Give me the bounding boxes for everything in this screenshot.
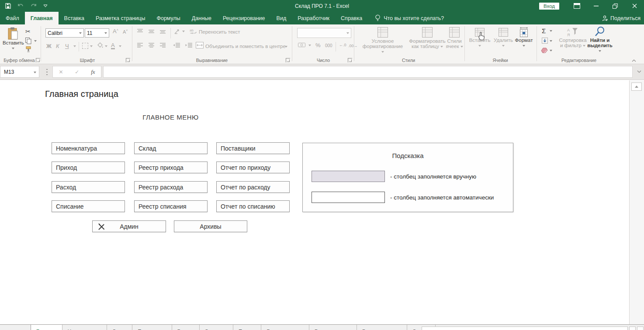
- font-name-combo[interactable]: Calibri: [45, 28, 84, 38]
- sheet-tab-0[interactable]: Главная: [31, 325, 62, 330]
- fill-down-icon[interactable]: [542, 38, 548, 44]
- horizontal-scrollbar[interactable]: [422, 327, 628, 330]
- expand-formula-bar-icon[interactable]: [637, 70, 641, 73]
- number-dialog-launcher[interactable]: [348, 58, 352, 62]
- find-select-button[interactable]: Найти ивыделить: [585, 26, 614, 53]
- tellme-label[interactable]: Что вы хотите сделать?: [384, 15, 444, 21]
- wrap-text-label[interactable]: Переносить текст: [199, 29, 240, 34]
- shrink-font-button[interactable]: А˅: [123, 29, 128, 34]
- menu-button-1-0[interactable]: Приход: [52, 162, 125, 173]
- menu-button-3-2[interactable]: Отчет по списанию: [216, 200, 290, 212]
- sheet-tab-1[interactable]: Номенклатура: [62, 325, 107, 330]
- decrease-indent-icon[interactable]: [173, 43, 180, 48]
- align-center-icon[interactable]: [149, 43, 154, 48]
- borders-icon[interactable]: [82, 43, 88, 49]
- fill-color-caret[interactable]: [105, 45, 107, 47]
- sheet-tab-4[interactable]: Расход: [172, 325, 200, 330]
- fill-caret[interactable]: [550, 40, 552, 42]
- ribbon-tab-0[interactable]: Файл: [0, 12, 25, 24]
- font-color-caret[interactable]: [119, 45, 121, 47]
- ribbon-tab-2[interactable]: Вставка: [59, 12, 90, 24]
- increase-indent-icon[interactable]: [185, 43, 192, 48]
- grow-font-button[interactable]: А˄: [113, 28, 118, 34]
- menu-button-2-2[interactable]: Отчет по расходу: [216, 181, 290, 193]
- menu-button-2-0[interactable]: Расход: [52, 181, 125, 193]
- accounting-format-icon[interactable]: [298, 42, 307, 48]
- formula-input[interactable]: [103, 66, 633, 78]
- number-format-combo[interactable]: [297, 28, 351, 38]
- autosum-button[interactable]: Σ: [542, 27, 546, 34]
- underline-caret[interactable]: [73, 45, 76, 47]
- ribbon-display-options-icon[interactable]: [567, 0, 586, 12]
- menu-button-0-0[interactable]: Номенклатура: [52, 142, 125, 154]
- share-button[interactable]: Поделиться: [602, 12, 641, 24]
- menu-button-0-2[interactable]: Поставщики: [216, 142, 290, 154]
- comma-style-button[interactable]: 000: [325, 43, 332, 48]
- orientation-icon[interactable]: [174, 28, 181, 35]
- ribbon-tab-3[interactable]: Разметка страницы: [90, 12, 151, 24]
- format-painter-icon[interactable]: [25, 46, 31, 53]
- merge-center-icon[interactable]: [196, 42, 204, 48]
- cancel-formula-icon[interactable]: ✕: [59, 69, 63, 75]
- merge-caret[interactable]: [285, 46, 287, 48]
- sheet-tab-9[interactable]: Реестр списания: [357, 325, 407, 330]
- ribbon-tab-5[interactable]: Данные: [186, 12, 217, 24]
- align-top-icon[interactable]: [137, 29, 143, 34]
- menu-button-3-0[interactable]: Списание: [52, 200, 125, 212]
- format-as-table-button[interactable]: Форматироватькак таблицу: [405, 26, 449, 49]
- menu-button-0-1[interactable]: Склад: [134, 142, 208, 154]
- copy-caret[interactable]: [34, 40, 37, 42]
- menu-button-1-2[interactable]: Отчет по приходу: [216, 162, 290, 173]
- font-size-combo[interactable]: 11: [85, 28, 109, 38]
- menu-button-3-1[interactable]: Реестр списания: [134, 200, 208, 212]
- clear-caret[interactable]: [550, 50, 552, 52]
- scroll-up-button[interactable]: [631, 82, 642, 91]
- ribbon-tab-6[interactable]: Рецензирование: [217, 12, 271, 24]
- delete-cells-button[interactable]: Удалить: [492, 26, 515, 48]
- name-box[interactable]: M13: [0, 66, 39, 78]
- merge-center-label[interactable]: Объединить и поместить в центре: [205, 44, 286, 49]
- copy-icon[interactable]: [25, 38, 31, 44]
- font-color-icon[interactable]: А: [111, 42, 115, 49]
- close-button[interactable]: [625, 0, 644, 12]
- sort-filter-button[interactable]: АЯ Сортировкаи фильтр: [556, 26, 590, 48]
- percent-style-button[interactable]: %: [315, 42, 321, 48]
- tab-split-handle[interactable]: [629, 327, 636, 330]
- sheet-tab-5[interactable]: Списание: [200, 325, 233, 330]
- format-cells-button[interactable]: Формат: [514, 26, 534, 48]
- ribbon-tab-8[interactable]: Разработчик: [292, 12, 335, 24]
- namebox-resize-handle[interactable]: [46, 68, 48, 76]
- clipboard-dialog-launcher[interactable]: [36, 58, 40, 62]
- accounting-caret[interactable]: [308, 45, 311, 46]
- qat-customize-icon[interactable]: [43, 4, 48, 7]
- font-dialog-launcher[interactable]: [126, 58, 130, 62]
- sheet-tab-3[interactable]: Поставщики: [132, 325, 172, 330]
- bold-button[interactable]: Ж: [46, 43, 52, 49]
- scroll-right-button[interactable]: [637, 327, 644, 330]
- orientation-caret[interactable]: [182, 31, 185, 32]
- ribbon-tab-4[interactable]: Формулы: [151, 12, 186, 24]
- align-middle-icon[interactable]: [149, 29, 154, 34]
- italic-button[interactable]: К: [56, 43, 59, 49]
- sheet-tab-2[interactable]: Склад: [107, 325, 132, 330]
- increase-decimal-button[interactable]: ←.0: [339, 43, 346, 47]
- restore-button[interactable]: [606, 0, 625, 12]
- enter-formula-icon[interactable]: ✓: [75, 69, 79, 75]
- fill-color-icon[interactable]: [97, 42, 104, 49]
- ribbon-tab-7[interactable]: Вид: [271, 12, 292, 24]
- cut-icon[interactable]: ✂: [25, 28, 31, 35]
- menu-button-2-1[interactable]: Реестр расхода: [134, 181, 208, 193]
- sheet-tab-8[interactable]: Реестр расхода: [309, 325, 357, 330]
- borders-caret[interactable]: [90, 45, 93, 47]
- ribbon-tab-1[interactable]: Главная: [25, 12, 59, 24]
- align-right-icon[interactable]: [160, 43, 166, 48]
- vertical-scrollbar[interactable]: [629, 80, 644, 324]
- conditional-formatting-button[interactable]: Условноеформатирование: [362, 26, 404, 54]
- clear-eraser-icon[interactable]: [541, 48, 548, 53]
- minimize-button[interactable]: [586, 0, 606, 12]
- alignment-dialog-launcher[interactable]: [286, 58, 290, 62]
- sheet-tab-6[interactable]: Приход: [233, 325, 262, 330]
- paste-button[interactable]: Вставить: [3, 26, 24, 51]
- underline-button[interactable]: Ч: [65, 43, 69, 49]
- decrease-decimal-button[interactable]: .00→: [348, 44, 358, 48]
